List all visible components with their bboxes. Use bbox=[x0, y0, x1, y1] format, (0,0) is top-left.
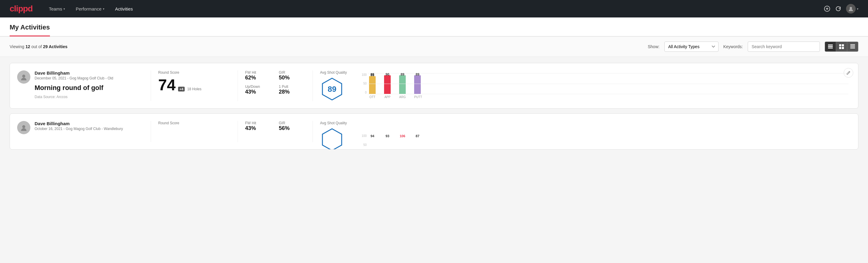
divider bbox=[238, 121, 238, 142]
gir-stat: GIR 56% bbox=[279, 121, 305, 132]
add-button[interactable] bbox=[824, 5, 830, 12]
gir-label: GIR bbox=[279, 70, 305, 75]
avatar bbox=[17, 121, 30, 134]
user-chevron-icon: ▾ bbox=[857, 7, 858, 10]
hex-score-badge bbox=[320, 127, 344, 150]
refresh-button[interactable] bbox=[835, 6, 841, 12]
card-user-info: Dave Billingham December 05, 2021 - Gog … bbox=[35, 70, 113, 99]
card-data-source: Data Source: Arccos bbox=[35, 95, 113, 99]
ott-bar-segment bbox=[369, 76, 376, 94]
fw-hit-value: 62% bbox=[245, 75, 272, 81]
gir-value: 56% bbox=[279, 125, 305, 132]
grid-view-button[interactable] bbox=[836, 42, 847, 52]
user-menu[interactable]: ▾ bbox=[846, 4, 858, 13]
fw-hit-value: 43% bbox=[245, 125, 272, 132]
svg-rect-9 bbox=[839, 47, 841, 49]
card-date-course: October 16, 2021 - Gog Magog Golf Club -… bbox=[35, 127, 123, 131]
score-holes: 18 Holes bbox=[187, 87, 201, 91]
stats-grid: FW Hit 62% GIR 50% Up/Down 43% 1 Putt 28… bbox=[245, 70, 305, 95]
shot-quality-chart: 100 50 0 85 bbox=[354, 73, 851, 99]
svg-rect-8 bbox=[842, 44, 844, 46]
view-toggle-group bbox=[825, 41, 858, 52]
ott-axis-label: OTT bbox=[369, 95, 376, 99]
card-user-info: Dave Billingham October 16, 2021 - Gog M… bbox=[35, 121, 123, 131]
nav-teams[interactable]: Teams ▾ bbox=[44, 4, 69, 14]
round-score-section: Round Score bbox=[158, 121, 230, 129]
round-score-value: 74 +4 18 Holes bbox=[158, 77, 230, 93]
nav-activities[interactable]: Activities bbox=[111, 4, 137, 14]
svg-point-15 bbox=[22, 75, 25, 78]
card-activity-name: Morning round of golf bbox=[35, 84, 113, 92]
fw-hit-label: FW Hit bbox=[245, 121, 272, 125]
avg-shot-quality-label: Avg Shot Quality bbox=[320, 121, 347, 125]
nav-bar: clippd Teams ▾ Performance ▾ Activities bbox=[0, 0, 868, 18]
svg-rect-4 bbox=[828, 45, 833, 46]
one-putt-label: 1 Putt bbox=[279, 85, 305, 89]
arg-bar-label: 106 bbox=[399, 134, 406, 138]
putt-bar-segment bbox=[414, 75, 421, 94]
app-bar-label: 90 bbox=[384, 72, 391, 76]
gir-stat: GIR 50% bbox=[279, 70, 305, 81]
gir-value: 50% bbox=[279, 75, 305, 81]
round-score-section: Round Score 74 +4 18 Holes bbox=[158, 70, 230, 93]
updown-value: 43% bbox=[245, 89, 272, 95]
logo[interactable]: clippd bbox=[10, 4, 32, 13]
svg-rect-6 bbox=[828, 48, 833, 49]
show-label: Show: bbox=[648, 44, 659, 49]
card-username: Dave Billingham bbox=[35, 121, 123, 126]
list-compact-view-button[interactable] bbox=[825, 42, 836, 52]
avg-shot-quality-section: Avg Shot Quality 89 100 50 0 bbox=[320, 70, 851, 101]
arg-bar-segment bbox=[399, 75, 406, 94]
y-axis-50: 50 bbox=[363, 82, 367, 85]
one-putt-value: 28% bbox=[279, 89, 305, 95]
activity-type-select[interactable]: All Activity Types Round Practice bbox=[664, 41, 718, 52]
nav-performance[interactable]: Performance ▾ bbox=[71, 4, 108, 14]
list-detail-view-button[interactable] bbox=[847, 42, 858, 52]
quality-left: Avg Shot Quality bbox=[320, 121, 347, 150]
putt-axis-label: PUTT bbox=[414, 95, 421, 99]
svg-rect-11 bbox=[850, 44, 855, 45]
filter-controls: Show: All Activity Types Round Practice … bbox=[648, 41, 858, 52]
fw-hit-stat: FW Hit 62% bbox=[245, 70, 272, 81]
svg-rect-12 bbox=[850, 46, 855, 46]
shot-quality-chart: 100 50 0 94 93 106 87 bbox=[354, 134, 851, 139]
hex-score-number: 89 bbox=[328, 85, 337, 94]
ott-bar-label: 85 bbox=[369, 72, 376, 76]
avg-shot-quality-label: Avg Shot Quality bbox=[320, 70, 347, 75]
svg-rect-10 bbox=[842, 47, 844, 49]
activity-card: Dave Billingham December 05, 2021 - Gog … bbox=[10, 63, 858, 109]
divider bbox=[151, 70, 151, 101]
app-bar-label: 93 bbox=[384, 134, 391, 138]
viewing-count: Viewing 12 out of 29 Activities bbox=[10, 44, 643, 49]
svg-rect-13 bbox=[850, 47, 855, 47]
nav-links: Teams ▾ Performance ▾ Activities bbox=[44, 4, 824, 14]
one-putt-stat: 1 Putt 28% bbox=[279, 85, 305, 95]
gir-label: GIR bbox=[279, 121, 305, 125]
stats-grid: FW Hit 43% GIR 56% bbox=[245, 121, 305, 132]
app-axis-label: APP bbox=[384, 95, 391, 99]
svg-rect-7 bbox=[839, 44, 841, 46]
page-header: My Activities bbox=[0, 18, 868, 36]
search-input[interactable] bbox=[748, 41, 820, 52]
avg-shot-quality-section: Avg Shot Quality 100 50 0 94 bbox=[320, 121, 851, 150]
round-score-label: Round Score bbox=[158, 121, 230, 125]
activity-card: Dave Billingham October 16, 2021 - Gog M… bbox=[10, 113, 858, 150]
updown-label: Up/Down bbox=[245, 85, 272, 89]
avatar bbox=[17, 70, 30, 84]
quality-left: Avg Shot Quality 89 bbox=[320, 70, 347, 101]
putt-bar-label: 87 bbox=[414, 134, 421, 138]
ott-bar-label: 94 bbox=[369, 134, 376, 138]
y-axis-0: 0 bbox=[365, 91, 367, 94]
divider bbox=[312, 70, 313, 101]
round-score-label: Round Score bbox=[158, 70, 230, 75]
avatar bbox=[846, 4, 856, 13]
activities-list: Dave Billingham December 05, 2021 - Gog … bbox=[0, 57, 868, 155]
score-badge: +4 bbox=[178, 87, 185, 91]
divider bbox=[151, 121, 151, 142]
svg-rect-5 bbox=[828, 46, 833, 47]
app-bar-segment bbox=[384, 75, 391, 94]
filter-bar: Viewing 12 out of 29 Activities Show: Al… bbox=[0, 36, 868, 57]
card-left-section: Dave Billingham October 16, 2021 - Gog M… bbox=[17, 121, 144, 134]
svg-marker-18 bbox=[322, 129, 342, 150]
arg-bar-label: 89 bbox=[399, 72, 406, 76]
